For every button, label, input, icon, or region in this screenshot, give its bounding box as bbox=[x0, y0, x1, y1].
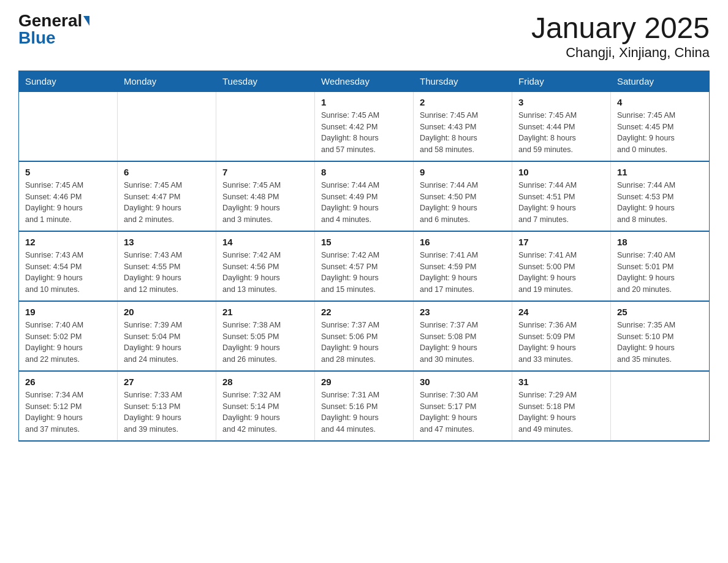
calendar-title: January 2025 bbox=[531, 12, 710, 45]
logo-general-text: General bbox=[18, 12, 82, 29]
calendar-day-cell: 31Sunrise: 7:29 AMSunset: 5:18 PMDayligh… bbox=[512, 371, 611, 441]
day-number: 10 bbox=[518, 167, 604, 177]
day-number: 11 bbox=[617, 167, 703, 177]
calendar-week-row: 5Sunrise: 7:45 AMSunset: 4:46 PMDaylight… bbox=[19, 161, 710, 231]
header-thursday: Thursday bbox=[414, 71, 512, 91]
day-info: Sunrise: 7:43 AMSunset: 4:55 PMDaylight:… bbox=[124, 250, 210, 296]
calendar-day-cell: 4Sunrise: 7:45 AMSunset: 4:45 PMDaylight… bbox=[611, 91, 710, 161]
day-number: 18 bbox=[617, 237, 703, 247]
calendar-day-cell: 5Sunrise: 7:45 AMSunset: 4:46 PMDaylight… bbox=[19, 161, 118, 231]
calendar-week-row: 1Sunrise: 7:45 AMSunset: 4:42 PMDaylight… bbox=[19, 91, 710, 161]
calendar-day-cell: 10Sunrise: 7:44 AMSunset: 4:51 PMDayligh… bbox=[512, 161, 611, 231]
day-info: Sunrise: 7:44 AMSunset: 4:49 PMDaylight:… bbox=[321, 180, 407, 226]
header-saturday: Saturday bbox=[611, 71, 710, 91]
calendar-day-cell: 29Sunrise: 7:31 AMSunset: 5:16 PMDayligh… bbox=[315, 371, 414, 441]
day-info: Sunrise: 7:44 AMSunset: 4:51 PMDaylight:… bbox=[518, 180, 604, 226]
calendar-week-row: 19Sunrise: 7:40 AMSunset: 5:02 PMDayligh… bbox=[19, 301, 710, 371]
day-info: Sunrise: 7:30 AMSunset: 5:17 PMDaylight:… bbox=[420, 389, 506, 435]
day-info: Sunrise: 7:43 AMSunset: 4:54 PMDaylight:… bbox=[25, 250, 111, 296]
day-info: Sunrise: 7:45 AMSunset: 4:46 PMDaylight:… bbox=[25, 180, 111, 226]
calendar-day-cell: 3Sunrise: 7:45 AMSunset: 4:44 PMDaylight… bbox=[512, 91, 611, 161]
day-number: 19 bbox=[25, 307, 111, 317]
calendar-day-cell: 30Sunrise: 7:30 AMSunset: 5:17 PMDayligh… bbox=[414, 371, 512, 441]
day-info: Sunrise: 7:41 AMSunset: 4:59 PMDaylight:… bbox=[420, 250, 506, 296]
calendar-week-row: 12Sunrise: 7:43 AMSunset: 4:54 PMDayligh… bbox=[19, 231, 710, 301]
day-number: 16 bbox=[420, 237, 506, 247]
day-info: Sunrise: 7:45 AMSunset: 4:42 PMDaylight:… bbox=[321, 110, 407, 156]
page-header: General Blue January 2025 Changji, Xinji… bbox=[18, 12, 710, 61]
calendar-day-cell: 9Sunrise: 7:44 AMSunset: 4:50 PMDaylight… bbox=[414, 161, 512, 231]
day-number: 22 bbox=[321, 307, 407, 317]
day-info: Sunrise: 7:37 AMSunset: 5:06 PMDaylight:… bbox=[321, 320, 407, 366]
day-number: 1 bbox=[321, 97, 407, 107]
header-tuesday: Tuesday bbox=[216, 71, 315, 91]
day-info: Sunrise: 7:39 AMSunset: 5:04 PMDaylight:… bbox=[124, 320, 210, 366]
header-friday: Friday bbox=[512, 71, 611, 91]
calendar-day-cell: 11Sunrise: 7:44 AMSunset: 4:53 PMDayligh… bbox=[611, 161, 710, 231]
calendar-day-cell bbox=[216, 91, 315, 161]
calendar-body: 1Sunrise: 7:45 AMSunset: 4:42 PMDaylight… bbox=[19, 91, 710, 441]
day-number: 27 bbox=[124, 377, 210, 387]
calendar-day-cell: 15Sunrise: 7:42 AMSunset: 4:57 PMDayligh… bbox=[315, 231, 414, 301]
logo-blue-text: Blue bbox=[18, 29, 56, 47]
day-info: Sunrise: 7:36 AMSunset: 5:09 PMDaylight:… bbox=[518, 320, 604, 366]
calendar-week-row: 26Sunrise: 7:34 AMSunset: 5:12 PMDayligh… bbox=[19, 371, 710, 441]
calendar-day-cell: 23Sunrise: 7:37 AMSunset: 5:08 PMDayligh… bbox=[414, 301, 512, 371]
day-info: Sunrise: 7:45 AMSunset: 4:44 PMDaylight:… bbox=[518, 110, 604, 156]
day-number: 28 bbox=[222, 377, 308, 387]
day-info: Sunrise: 7:34 AMSunset: 5:12 PMDaylight:… bbox=[25, 389, 111, 435]
day-number: 5 bbox=[25, 167, 111, 177]
calendar-day-cell: 19Sunrise: 7:40 AMSunset: 5:02 PMDayligh… bbox=[19, 301, 118, 371]
calendar-day-cell: 24Sunrise: 7:36 AMSunset: 5:09 PMDayligh… bbox=[512, 301, 611, 371]
day-number: 2 bbox=[420, 97, 506, 107]
day-info: Sunrise: 7:44 AMSunset: 4:53 PMDaylight:… bbox=[617, 180, 703, 226]
day-info: Sunrise: 7:44 AMSunset: 4:50 PMDaylight:… bbox=[420, 180, 506, 226]
day-number: 6 bbox=[124, 167, 210, 177]
day-info: Sunrise: 7:38 AMSunset: 5:05 PMDaylight:… bbox=[222, 320, 308, 366]
calendar-subtitle: Changji, Xinjiang, China bbox=[531, 45, 710, 61]
header-sunday: Sunday bbox=[19, 71, 118, 91]
calendar-day-cell: 17Sunrise: 7:41 AMSunset: 5:00 PMDayligh… bbox=[512, 231, 611, 301]
day-info: Sunrise: 7:42 AMSunset: 4:56 PMDaylight:… bbox=[222, 250, 308, 296]
calendar-day-cell: 18Sunrise: 7:40 AMSunset: 5:01 PMDayligh… bbox=[611, 231, 710, 301]
day-number: 26 bbox=[25, 377, 111, 387]
day-info: Sunrise: 7:40 AMSunset: 5:01 PMDaylight:… bbox=[617, 250, 703, 296]
calendar-day-cell: 21Sunrise: 7:38 AMSunset: 5:05 PMDayligh… bbox=[216, 301, 315, 371]
day-number: 15 bbox=[321, 237, 407, 247]
day-info: Sunrise: 7:33 AMSunset: 5:13 PMDaylight:… bbox=[124, 389, 210, 435]
calendar-day-cell: 28Sunrise: 7:32 AMSunset: 5:14 PMDayligh… bbox=[216, 371, 315, 441]
day-info: Sunrise: 7:42 AMSunset: 4:57 PMDaylight:… bbox=[321, 250, 407, 296]
day-number: 25 bbox=[617, 307, 703, 317]
day-info: Sunrise: 7:45 AMSunset: 4:47 PMDaylight:… bbox=[124, 180, 210, 226]
day-number: 4 bbox=[617, 97, 703, 107]
day-number: 7 bbox=[222, 167, 308, 177]
day-info: Sunrise: 7:29 AMSunset: 5:18 PMDaylight:… bbox=[518, 389, 604, 435]
day-info: Sunrise: 7:32 AMSunset: 5:14 PMDaylight:… bbox=[222, 389, 308, 435]
day-number: 31 bbox=[518, 377, 604, 387]
day-number: 21 bbox=[222, 307, 308, 317]
day-number: 14 bbox=[222, 237, 308, 247]
calendar-day-cell: 16Sunrise: 7:41 AMSunset: 4:59 PMDayligh… bbox=[414, 231, 512, 301]
day-number: 17 bbox=[518, 237, 604, 247]
calendar-day-cell: 8Sunrise: 7:44 AMSunset: 4:49 PMDaylight… bbox=[315, 161, 414, 231]
day-info: Sunrise: 7:45 AMSunset: 4:43 PMDaylight:… bbox=[420, 110, 506, 156]
calendar-table: Sunday Monday Tuesday Wednesday Thursday… bbox=[18, 71, 710, 442]
calendar-day-cell: 13Sunrise: 7:43 AMSunset: 4:55 PMDayligh… bbox=[118, 231, 216, 301]
day-number: 12 bbox=[25, 237, 111, 247]
day-number: 8 bbox=[321, 167, 407, 177]
day-number: 23 bbox=[420, 307, 506, 317]
calendar-day-cell bbox=[19, 91, 118, 161]
calendar-day-cell: 12Sunrise: 7:43 AMSunset: 4:54 PMDayligh… bbox=[19, 231, 118, 301]
day-number: 3 bbox=[518, 97, 604, 107]
day-number: 29 bbox=[321, 377, 407, 387]
calendar-day-cell: 7Sunrise: 7:45 AMSunset: 4:48 PMDaylight… bbox=[216, 161, 315, 231]
day-number: 24 bbox=[518, 307, 604, 317]
calendar-day-cell bbox=[118, 91, 216, 161]
title-area: January 2025 Changji, Xinjiang, China bbox=[531, 12, 710, 61]
calendar-day-cell: 20Sunrise: 7:39 AMSunset: 5:04 PMDayligh… bbox=[118, 301, 216, 371]
day-info: Sunrise: 7:31 AMSunset: 5:16 PMDaylight:… bbox=[321, 389, 407, 435]
calendar-day-cell: 2Sunrise: 7:45 AMSunset: 4:43 PMDaylight… bbox=[414, 91, 512, 161]
day-info: Sunrise: 7:37 AMSunset: 5:08 PMDaylight:… bbox=[420, 320, 506, 366]
day-info: Sunrise: 7:45 AMSunset: 4:45 PMDaylight:… bbox=[617, 110, 703, 156]
calendar-day-cell: 14Sunrise: 7:42 AMSunset: 4:56 PMDayligh… bbox=[216, 231, 315, 301]
